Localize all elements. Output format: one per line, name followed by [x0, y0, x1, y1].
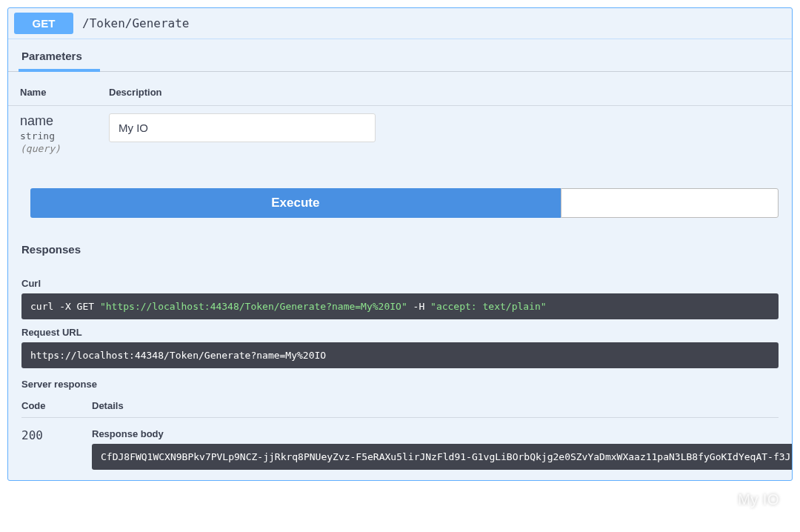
- watermark-text: My IO: [738, 491, 779, 496]
- server-response-label: Server response: [21, 379, 779, 390]
- tab-underline: [19, 69, 100, 72]
- svg-point-0: [714, 494, 726, 496]
- operation-summary[interactable]: GET /Token/Generate: [8, 8, 792, 39]
- col-header-description: Description: [109, 87, 780, 98]
- response-columns-header: Code Details: [21, 394, 779, 418]
- curl-flag: -H: [413, 301, 425, 312]
- request-url-label: Request URL: [21, 327, 779, 338]
- curl-accept: "accept: text/plain": [430, 301, 547, 312]
- operation-block: GET /Token/Generate Parameters Name Desc…: [7, 7, 793, 481]
- watermark: My IO: [713, 491, 779, 496]
- operation-path: /Token/Generate: [82, 16, 190, 30]
- parameters-table: Name Description name string (query): [8, 72, 792, 169]
- param-name: name: [20, 113, 109, 129]
- response-body-block[interactable]: CfDJ8FWQ1WCXN9BPkv7PVLp9NCZ-jjRkrq8PNUey…: [92, 444, 793, 470]
- curl-command-block[interactable]: curl -X GET "https://localhost:44348/Tok…: [21, 293, 779, 319]
- param-value-input[interactable]: [109, 113, 376, 142]
- param-type: string: [20, 130, 109, 142]
- wechat-icon: [713, 493, 732, 496]
- col-header-details: Details: [92, 400, 779, 411]
- col-header-name: Name: [20, 87, 109, 98]
- parameter-row: name string (query): [8, 106, 792, 162]
- execute-button[interactable]: Execute: [30, 188, 561, 218]
- clear-button[interactable]: [561, 188, 779, 218]
- col-header-code: Code: [21, 400, 92, 411]
- parameters-title: Parameters: [21, 50, 82, 62]
- responses-section: Responses Curl curl -X GET "https://loca…: [8, 231, 792, 480]
- parameters-table-head: Name Description: [8, 79, 792, 106]
- responses-heading: Responses: [8, 231, 792, 265]
- request-url-value: https://localhost:44348/Token/Generate?n…: [30, 350, 326, 361]
- response-body-label: Response body: [92, 428, 793, 439]
- http-method-badge: GET: [14, 13, 73, 34]
- curl-url: "https://localhost:44348/Token/Generate?…: [100, 301, 407, 312]
- request-url-block[interactable]: https://localhost:44348/Token/Generate?n…: [21, 342, 779, 368]
- curl-label: Curl: [21, 278, 779, 289]
- param-location: (query): [20, 143, 109, 154]
- response-row: 200 Response body CfDJ8FWQ1WCXN9BPkv7PVL…: [21, 418, 779, 473]
- execute-button-row: Execute: [30, 188, 779, 218]
- status-code: 200: [21, 428, 92, 473]
- curl-prefix: curl -X GET: [30, 301, 94, 312]
- response-body-value: CfDJ8FWQ1WCXN9BPkv7PVLp9NCZ-jjRkrq8PNUey…: [101, 451, 793, 462]
- parameters-heading: Parameters: [8, 39, 792, 72]
